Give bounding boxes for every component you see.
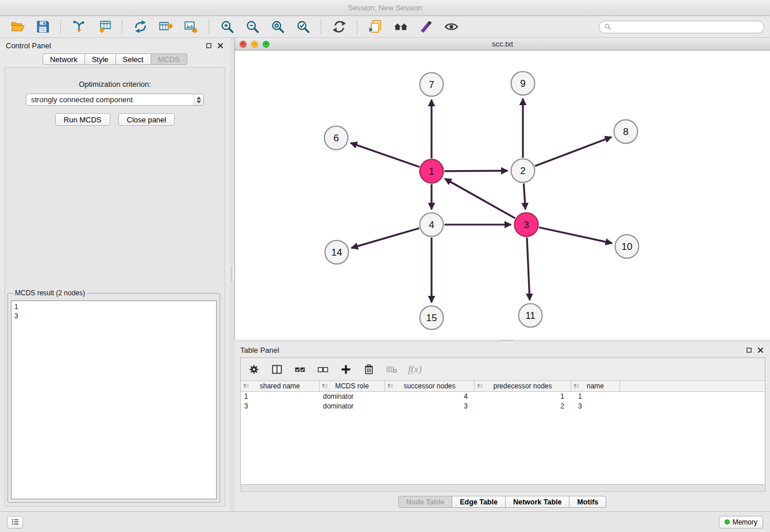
floppy-disk-icon <box>36 20 50 34</box>
float-panel-icon[interactable] <box>205 41 213 49</box>
eye-icon <box>444 20 459 34</box>
table-scrollbar-strip[interactable] <box>240 485 765 492</box>
mcds-result-text[interactable]: 13 <box>11 300 217 499</box>
zoom-window-button[interactable]: + <box>263 41 270 48</box>
run-mcds-button[interactable]: Run MCDS <box>55 113 110 126</box>
close-panel-icon[interactable] <box>216 41 224 49</box>
add-row-button[interactable] <box>338 362 353 377</box>
magnifier-fit-icon <box>271 20 285 34</box>
zoom-fit-button[interactable] <box>266 18 289 36</box>
graph-node-1[interactable]: 1 <box>420 160 444 183</box>
show-hide-button[interactable] <box>440 18 463 36</box>
export-table-button[interactable] <box>154 18 177 36</box>
task-history-button[interactable] <box>7 516 23 529</box>
refresh-button[interactable] <box>328 18 351 36</box>
graph-edge-3-1[interactable] <box>445 179 515 218</box>
tab-mcds[interactable]: MCDS <box>151 53 187 65</box>
close-panel-button[interactable]: Close panel <box>118 113 175 126</box>
graph-node-7[interactable]: 7 <box>420 73 444 97</box>
graph-node-9[interactable]: 9 <box>511 72 535 95</box>
cell-name[interactable]: 3 <box>571 402 620 411</box>
optimization-dropdown[interactable]: strongly connected component <box>26 94 204 106</box>
network-graph[interactable]: 1234678910111415 <box>235 51 770 339</box>
cell-successor-nodes[interactable]: 4 <box>385 392 475 402</box>
import-table-button[interactable] <box>93 18 116 36</box>
table-settings-button[interactable] <box>247 362 261 377</box>
zoom-selected-button[interactable] <box>291 18 314 36</box>
column-header-name[interactable]: name <box>571 381 620 391</box>
import-network-button[interactable] <box>67 18 90 36</box>
column-header-shared-name[interactable]: shared name <box>241 381 319 391</box>
table-row[interactable]: 3dominator323 <box>241 402 765 411</box>
zoom-out-button[interactable] <box>241 18 264 36</box>
cell-shared-name[interactable]: 3 <box>241 402 319 411</box>
graph-node-4[interactable]: 4 <box>420 213 444 237</box>
export-image-button[interactable] <box>179 18 202 36</box>
cell-predecessor-nodes[interactable]: 1 <box>475 392 571 402</box>
graph-edge-3-10[interactable] <box>539 228 612 244</box>
network-arrows-button[interactable] <box>129 18 152 36</box>
tab-select[interactable]: Select <box>116 53 151 65</box>
home-views-button[interactable] <box>389 18 412 36</box>
save-session-button[interactable] <box>31 18 54 36</box>
mcds-result-line: 3 <box>14 311 213 321</box>
memory-button[interactable]: Memory <box>719 516 763 529</box>
table-header-row: shared nameMCDS rolesuccessor nodesprede… <box>241 381 765 392</box>
delete-row-button[interactable] <box>361 362 376 377</box>
open-session-button[interactable] <box>6 18 29 36</box>
cell-mcds-role[interactable]: dominator <box>319 402 385 411</box>
window-title: Session: New Session <box>348 3 422 12</box>
cell-shared-name[interactable]: 1 <box>241 392 319 402</box>
table-tabs: Node TableEdge TableNetwork TableMotifs <box>234 496 770 508</box>
tab-node-table[interactable]: Node Table <box>398 496 452 508</box>
graph-edge-2-8[interactable] <box>535 137 611 166</box>
optimization-dropdown-value: strongly connected component <box>26 95 194 104</box>
zoom-in-button[interactable] <box>215 18 238 36</box>
close-window-button[interactable]: × <box>240 41 247 48</box>
table-row[interactable]: 1dominator411 <box>241 392 765 402</box>
deselect-all-button[interactable] <box>315 362 330 377</box>
right-column: ×−+scc.txt 1234678910111415 Table Panel … <box>234 38 770 511</box>
graph-node-6[interactable]: 6 <box>325 126 348 150</box>
cell-mcds-role[interactable]: dominator <box>319 392 385 402</box>
tab-style[interactable]: Style <box>85 53 116 65</box>
style-paint-button[interactable] <box>414 18 437 36</box>
float-table-panel-icon[interactable] <box>745 346 753 354</box>
tab-edge-table[interactable]: Edge Table <box>452 496 506 508</box>
column-header-successor-nodes[interactable]: successor nodes <box>385 381 475 391</box>
graph-node-10[interactable]: 10 <box>615 235 639 259</box>
tab-network-table[interactable]: Network Table <box>506 496 570 508</box>
tab-network[interactable]: Network <box>43 53 85 65</box>
table-panel-header: Table Panel <box>234 342 770 357</box>
graph-node-15[interactable]: 15 <box>420 306 444 330</box>
close-table-panel-icon[interactable] <box>756 346 764 354</box>
select-all-button[interactable] <box>292 362 307 377</box>
horizontal-splitter[interactable] <box>234 340 770 342</box>
cell-successor-nodes[interactable]: 3 <box>385 402 475 411</box>
function-builder-button[interactable]: f(x) <box>407 362 422 377</box>
graph-edge-4-14[interactable] <box>351 228 419 248</box>
delete-table-button[interactable] <box>384 362 399 377</box>
dropdown-stepper-icon <box>194 94 203 105</box>
graph-edge-1-6[interactable] <box>351 143 419 167</box>
minimize-window-button[interactable]: − <box>251 41 258 48</box>
search-field[interactable] <box>599 21 764 33</box>
graph-node-2[interactable]: 2 <box>511 159 535 183</box>
vertical-splitter[interactable] <box>230 38 234 511</box>
cell-predecessor-nodes[interactable]: 2 <box>475 402 571 411</box>
copy-documents-button[interactable] <box>364 18 387 36</box>
graph-edge-1-2[interactable] <box>444 171 507 171</box>
graph-edge-3-11[interactable] <box>527 237 530 300</box>
column-header-predecessor-nodes[interactable]: predecessor nodes <box>475 381 571 391</box>
column-header-mcds-role[interactable]: MCDS role <box>319 381 385 391</box>
tab-motifs[interactable]: Motifs <box>569 496 606 508</box>
graph-edge-2-3[interactable] <box>523 183 525 209</box>
graph-node-8[interactable]: 8 <box>614 120 638 144</box>
graph-node-3[interactable]: 3 <box>515 213 538 237</box>
graph-node-11[interactable]: 11 <box>519 304 542 327</box>
graph-node-14[interactable]: 14 <box>325 241 349 264</box>
gear-icon <box>248 364 260 375</box>
show-columns-button[interactable] <box>270 362 284 377</box>
search-input[interactable] <box>614 22 759 31</box>
cell-name[interactable]: 1 <box>571 392 620 402</box>
